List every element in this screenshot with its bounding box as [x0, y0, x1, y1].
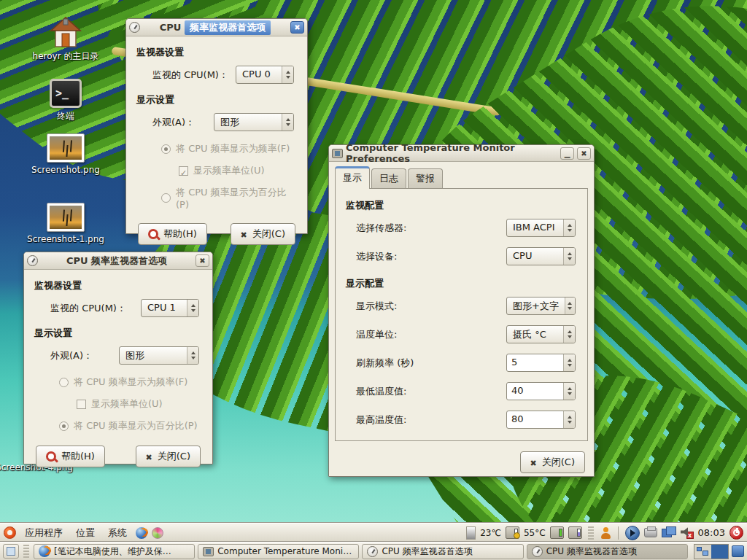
- taskbar-item-browser[interactable]: [笔记本电脑使用、维护及保…: [34, 544, 195, 559]
- sensor-value: IBM ACPI: [507, 219, 563, 236]
- menu-system[interactable]: 系统: [104, 525, 131, 541]
- distributor-logo-icon[interactable]: [4, 526, 16, 539]
- temp-titlebar[interactable]: Computer Temperature Monitor Preferences: [329, 145, 594, 162]
- browser-launcher-icon[interactable]: [136, 527, 147, 539]
- close-icon: [530, 457, 537, 468]
- device-value: CPU: [507, 248, 563, 265]
- applet-drag-handle[interactable]: [23, 545, 29, 558]
- temp-sensor-icon[interactable]: [506, 526, 519, 539]
- taskbar-item-temp-monitor[interactable]: Computer Temperature Moni…: [198, 544, 359, 559]
- close-button[interactable]: 关闭(C): [136, 446, 201, 467]
- applet-drag-handle[interactable]: [588, 526, 594, 540]
- tab-alarm[interactable]: 警报: [408, 168, 443, 188]
- temp-sensor-icon[interactable]: [550, 526, 564, 539]
- window-title-highlight: 频率监视器首选项: [185, 20, 271, 35]
- desktop-icon-label: heroyr 的主目录: [26, 50, 106, 63]
- min-temp-spinner[interactable]: 40: [506, 382, 576, 400]
- appearance-value: 图形: [214, 114, 282, 131]
- close-button[interactable]: 关闭(C): [520, 451, 585, 473]
- tab-display[interactable]: 显示: [335, 166, 370, 188]
- spinner-arrows-icon[interactable]: [563, 354, 575, 371]
- tab-panel-display: 监视配置 选择传感器: IBM ACPI 选择设备: CPU 显示配置 显示模式…: [335, 188, 588, 441]
- monitored-cpu-select[interactable]: CPU 1: [141, 299, 199, 317]
- show-unit-checkbox[interactable]: 显示频率单位(U): [77, 397, 202, 411]
- show-as-percentage-radio[interactable]: 将 CPU 频率显示为百分比(P): [161, 186, 297, 210]
- cpu1-preferences-window: CPU 频率监视器首选项 监视器设置 监视的 CPU(M)： CPU 1 显示设…: [23, 252, 213, 464]
- firefox-icon: [39, 545, 50, 557]
- sensor-select[interactable]: IBM ACPI: [506, 219, 576, 237]
- close-button-label: 关闭(C): [252, 228, 285, 241]
- appearance-select[interactable]: 图形: [119, 346, 199, 365]
- menu-places[interactable]: 位置: [71, 525, 99, 541]
- volume-muted-icon[interactable]: x: [681, 527, 694, 539]
- help-button[interactable]: 帮助(H): [138, 223, 207, 245]
- max-temp-spinner[interactable]: 80: [506, 411, 576, 429]
- desktop-icon-terminal[interactable]: >_ 终端: [26, 79, 106, 122]
- monitored-cpu-select[interactable]: CPU 0: [236, 66, 294, 84]
- checkbox-icon: [179, 166, 188, 176]
- desktop-icon-label: Screenshot.png: [26, 165, 106, 175]
- refresh-rate-spinner[interactable]: 5: [506, 354, 576, 372]
- shutdown-icon[interactable]: [729, 526, 743, 540]
- help-button-label: 帮助(H): [163, 228, 197, 241]
- radio-label: 将 CPU 频率显示为频率(F): [176, 142, 290, 155]
- show-desktop-button[interactable]: [3, 544, 19, 559]
- cpu0-titlebar[interactable]: CPU 频率监视器首选项: [126, 19, 307, 36]
- close-button[interactable]: 关闭(C): [231, 223, 295, 245]
- taskbar-item-cpufreq-prefs-active[interactable]: CPU 频率监视器首选项: [527, 544, 688, 559]
- close-window-button[interactable]: [196, 254, 209, 267]
- taskbar-item-label: CPU 频率监视器首选项: [382, 545, 472, 558]
- spinner-arrows-icon[interactable]: [563, 411, 575, 428]
- desktop-icon-screenshot-1[interactable]: Screenshot-1.png: [26, 203, 106, 244]
- window-list-panel: [笔记本电脑使用、维护及保… Computer Temperature Moni…: [0, 542, 747, 560]
- show-as-frequency-radio[interactable]: 将 CPU 频率显示为频率(F): [161, 142, 297, 155]
- cpu1-titlebar[interactable]: CPU 频率监视器首选项: [24, 252, 212, 270]
- network-monitors-icon[interactable]: [662, 526, 676, 539]
- menu-applications[interactable]: 应用程序: [20, 525, 67, 541]
- appearance-select[interactable]: 图形: [214, 113, 294, 131]
- taskbar-item-cpufreq-prefs[interactable]: CPU 频率监视器首选项: [362, 544, 523, 559]
- min-temp-value: 40: [507, 383, 563, 400]
- ambient-temp-readout[interactable]: 23℃: [480, 528, 501, 538]
- temp-unit-value: 摄氏 °C: [507, 326, 563, 343]
- workspace-switcher[interactable]: [694, 544, 729, 559]
- app-launcher-icon[interactable]: [152, 527, 163, 539]
- spinner-arrows-icon[interactable]: [563, 383, 575, 400]
- minimize-window-button[interactable]: [560, 147, 574, 160]
- help-button[interactable]: 帮助(H): [36, 446, 105, 467]
- close-window-button[interactable]: [577, 147, 591, 160]
- cpu-temp-readout[interactable]: 55°C: [524, 528, 546, 538]
- section-heading: 显示设置: [136, 93, 297, 106]
- show-unit-checkbox[interactable]: 显示频率单位(U): [179, 164, 297, 177]
- printer-icon[interactable]: [644, 528, 657, 537]
- show-as-frequency-radio[interactable]: 将 CPU 频率显示为频率(F): [59, 376, 202, 389]
- section-heading: 显示设置: [34, 327, 202, 340]
- device-select[interactable]: CPU: [506, 247, 576, 265]
- media-play-icon[interactable]: [625, 526, 640, 540]
- user-switcher-icon[interactable]: [600, 527, 611, 539]
- window-title-prefix: CPU: [160, 22, 182, 33]
- combo-arrows-icon: [563, 248, 575, 265]
- close-icon: [146, 451, 152, 462]
- taskbar-item-label: Computer Temperature Moni…: [217, 546, 352, 556]
- show-as-percentage-radio[interactable]: 将 CPU 频率显示为百分比(P): [59, 419, 202, 432]
- workspace-2[interactable]: [711, 545, 728, 559]
- cpufreq-applet-graphic[interactable]: [466, 526, 476, 540]
- cpufreq-icon: [27, 255, 38, 266]
- device-label: 选择设备:: [356, 250, 397, 263]
- help-icon: [148, 229, 158, 239]
- image-thumbnail-icon: [47, 133, 85, 163]
- sensor-label: 选择传感器:: [356, 222, 406, 235]
- display-mode-select[interactable]: 图形+文字: [506, 297, 576, 315]
- workspace-1[interactable]: [694, 545, 711, 559]
- temp-unit-select[interactable]: 摄氏 °C: [506, 325, 576, 343]
- desktop-icon-screenshot[interactable]: Screenshot.png: [26, 133, 106, 175]
- close-window-button[interactable]: [290, 21, 304, 34]
- clock[interactable]: 08:03: [698, 527, 725, 538]
- temp-sensor-icon[interactable]: [568, 526, 582, 539]
- section-heading: 监视器设置: [34, 279, 202, 292]
- max-temp-label: 最高温度值:: [356, 413, 406, 427]
- desktop-icon-home[interactable]: heroyr 的主目录: [26, 16, 106, 63]
- trash-icon[interactable]: [732, 545, 744, 557]
- tab-log[interactable]: 日志: [371, 168, 406, 188]
